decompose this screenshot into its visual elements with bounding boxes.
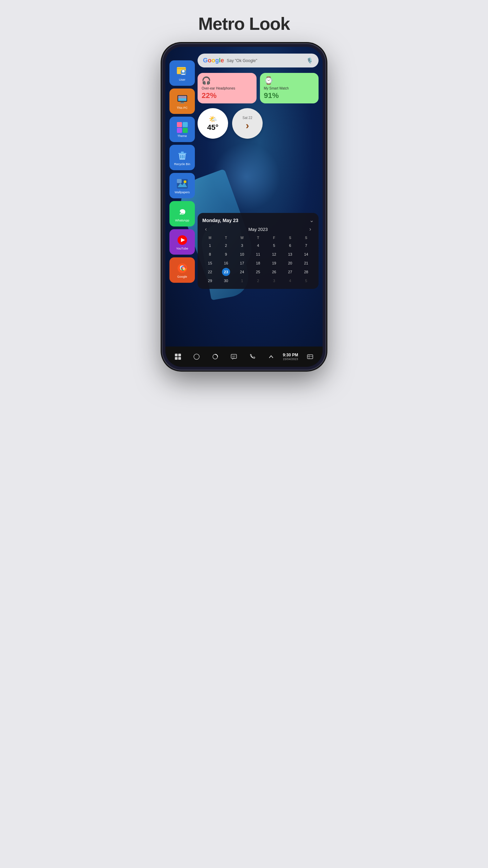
sidebar-item-theme[interactable]: Theme bbox=[169, 117, 195, 142]
clock-arrow-icon: › bbox=[246, 120, 249, 131]
svg-rect-14 bbox=[181, 152, 184, 153]
cal-day-6[interactable]: 6 bbox=[286, 241, 294, 250]
status-time-date: 9:30 PM 15/04/2023 bbox=[283, 353, 298, 361]
cal-day-29[interactable]: 29 bbox=[206, 277, 214, 285]
cal-day-1[interactable]: 1 bbox=[206, 241, 214, 250]
calendar-date-title: Monday, May 23 bbox=[202, 218, 238, 223]
sidebar-label-wallpapers: Wallpapers bbox=[175, 191, 190, 194]
nav-spinner-icon[interactable] bbox=[208, 350, 222, 363]
cal-day-3[interactable]: 3 bbox=[238, 241, 246, 250]
smartwatch-icon: ⌚ bbox=[264, 76, 315, 85]
cal-day-15[interactable]: 15 bbox=[206, 259, 214, 267]
cal-day-25[interactable]: 25 bbox=[254, 268, 262, 276]
nav-notifications-icon[interactable] bbox=[303, 350, 317, 363]
cal-day-22[interactable]: 22 bbox=[206, 268, 214, 276]
cal-day-24[interactable]: 24 bbox=[238, 268, 246, 276]
nav-up-icon[interactable] bbox=[264, 350, 278, 363]
cal-day-17[interactable]: 17 bbox=[238, 259, 246, 267]
headphones-icon: 🎧 bbox=[202, 76, 252, 85]
svg-rect-25 bbox=[178, 354, 181, 356]
sidebar-item-wallpapers[interactable]: Wallpapers bbox=[169, 173, 195, 198]
calendar-collapse-icon[interactable]: ⌄ bbox=[309, 217, 314, 223]
cal-day-10[interactable]: 10 bbox=[238, 250, 246, 258]
cal-day-next-3[interactable]: 3 bbox=[270, 277, 278, 285]
cal-day-4[interactable]: 4 bbox=[254, 241, 262, 250]
cal-day-27[interactable]: 27 bbox=[286, 268, 294, 276]
calendar-prev-btn[interactable]: ‹ bbox=[202, 226, 209, 232]
svg-rect-18 bbox=[177, 179, 182, 183]
svg-rect-27 bbox=[178, 357, 181, 360]
svg-rect-33 bbox=[307, 355, 313, 359]
cal-header-mon: M bbox=[202, 235, 218, 241]
sidebar-item-this-pc[interactable]: This PC bbox=[169, 88, 195, 114]
svg-point-17 bbox=[184, 180, 186, 183]
svg-rect-9 bbox=[177, 122, 182, 127]
cal-day-19[interactable]: 19 bbox=[270, 259, 278, 267]
smartwatch-percent: 91% bbox=[264, 91, 315, 100]
cal-day-9[interactable]: 9 bbox=[222, 250, 230, 258]
sidebar-label-theme: Theme bbox=[177, 134, 187, 138]
calendar-widget[interactable]: Monday, May 23 ⌄ ‹ May 2023 › M T W T F … bbox=[198, 213, 319, 289]
calendar-next-btn[interactable]: › bbox=[307, 226, 314, 232]
main-content-area: Google Say "Ok Google" 🎙️ 🎧 Over-ear Hea… bbox=[198, 54, 319, 143]
cal-day-next-5[interactable]: 5 bbox=[302, 277, 310, 285]
calendar-nav: ‹ May 2023 › bbox=[202, 226, 314, 232]
cal-header-wed: W bbox=[235, 235, 250, 241]
cal-day-21[interactable]: 21 bbox=[302, 259, 310, 267]
cal-day-26[interactable]: 26 bbox=[270, 268, 278, 276]
page-title: Metro Look bbox=[198, 14, 290, 34]
svg-rect-24 bbox=[175, 354, 178, 356]
calendar-grid: M T W T F S S 1 2 3 4 5 6 7 8 bbox=[202, 235, 314, 285]
clock-widget[interactable]: Sat 22 › bbox=[232, 108, 263, 139]
cal-header-tue: T bbox=[218, 235, 233, 241]
cal-day-30[interactable]: 30 bbox=[222, 277, 230, 285]
cal-day-next-4[interactable]: 4 bbox=[286, 277, 294, 285]
sidebar-item-recycle-bin[interactable]: Recycle Bin bbox=[169, 145, 195, 170]
svg-rect-1 bbox=[177, 68, 186, 69]
svg-rect-8 bbox=[179, 103, 185, 103]
calendar-header: Monday, May 23 ⌄ bbox=[202, 217, 314, 223]
sidebar-item-whatsapp[interactable]: WhatsApp bbox=[169, 201, 195, 226]
cal-day-next-1[interactable]: 1 bbox=[238, 277, 246, 285]
cal-day-next-2[interactable]: 2 bbox=[254, 277, 262, 285]
cal-day-7[interactable]: 7 bbox=[302, 241, 310, 250]
cal-header-fri: F bbox=[266, 235, 282, 241]
sidebar-label-user: User bbox=[179, 78, 185, 81]
mic-icon[interactable]: 🎙️ bbox=[306, 57, 313, 64]
svg-rect-13 bbox=[178, 153, 186, 154]
cal-day-18[interactable]: 18 bbox=[254, 259, 262, 267]
cal-day-14[interactable]: 14 bbox=[302, 250, 310, 258]
svg-rect-30 bbox=[231, 354, 237, 358]
cal-day-23-today[interactable]: 23 bbox=[222, 268, 230, 276]
cal-day-2[interactable]: 2 bbox=[222, 241, 230, 250]
cal-header-sat: S bbox=[282, 235, 298, 241]
nav-chat-icon[interactable] bbox=[227, 350, 241, 363]
nav-apps-icon[interactable] bbox=[171, 350, 185, 363]
phone-screen: User This PC bbox=[165, 47, 323, 367]
sidebar-label-whatsapp: WhatsApp bbox=[175, 219, 189, 222]
cal-day-5[interactable]: 5 bbox=[270, 241, 278, 250]
cal-day-8[interactable]: 8 bbox=[206, 250, 214, 258]
google-search-bar[interactable]: Google Say "Ok Google" 🎙️ bbox=[198, 54, 319, 67]
cal-day-13[interactable]: 13 bbox=[286, 250, 294, 258]
headphones-widget[interactable]: 🎧 Over-ear Headphones 22% bbox=[198, 73, 257, 103]
svg-rect-12 bbox=[183, 128, 188, 133]
weather-widget[interactable]: 🌤️ 45° bbox=[198, 108, 228, 139]
google-logo: Google bbox=[203, 57, 224, 64]
nav-home-icon[interactable] bbox=[190, 350, 203, 363]
sidebar-item-youtube[interactable]: YouTube bbox=[169, 229, 195, 255]
theme-icon bbox=[176, 121, 188, 134]
cal-day-20[interactable]: 20 bbox=[286, 259, 294, 267]
cal-day-11[interactable]: 11 bbox=[254, 250, 262, 258]
smartwatch-widget[interactable]: ⌚ My Smart Watch 91% bbox=[260, 73, 319, 103]
sidebar-label-google: Google bbox=[177, 275, 187, 278]
cal-day-16[interactable]: 16 bbox=[222, 259, 230, 267]
cal-day-12[interactable]: 12 bbox=[270, 250, 278, 258]
cal-header-thu: T bbox=[250, 235, 266, 241]
svg-point-28 bbox=[194, 354, 199, 359]
sidebar-item-user[interactable]: User bbox=[169, 60, 195, 86]
svg-rect-6 bbox=[178, 96, 186, 98]
sidebar-item-google[interactable]: G Google bbox=[169, 257, 195, 283]
cal-day-28[interactable]: 28 bbox=[302, 268, 310, 276]
nav-phone-icon[interactable] bbox=[246, 350, 259, 363]
